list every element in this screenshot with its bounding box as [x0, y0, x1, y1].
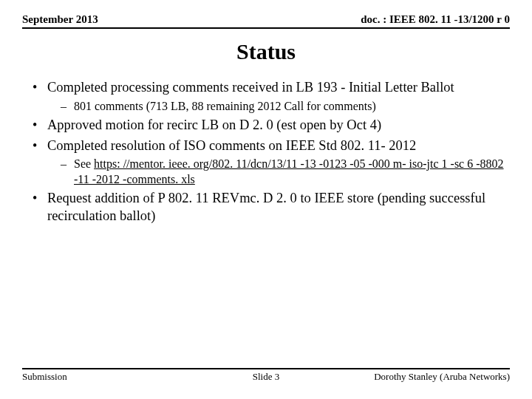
bullet-text: Approved motion for recirc LB on D 2. 0 …: [47, 117, 381, 132]
footer-author: Dorothy Stanley (Aruba Networks): [374, 371, 510, 383]
header-date: September 2013: [22, 13, 98, 26]
footer-left: Submission: [22, 371, 67, 383]
slide: September 2013 doc. : IEEE 802. 11 -13/1…: [0, 0, 532, 399]
sub-item: 801 comments (713 LB, 88 remaining 2012 …: [61, 99, 510, 114]
bullet-text: Request addition of P 802. 11 REVmc. D 2…: [47, 191, 485, 223]
bullet-item: Approved motion for recirc LB on D 2. 0 …: [28, 117, 510, 134]
footer-row: Submission Slide 3 Dorothy Stanley (Arub…: [22, 368, 510, 383]
page-title: Status: [22, 39, 510, 64]
bullet-item: Completed processing comments received i…: [28, 79, 510, 114]
bullet-text: Completed resolution of ISO comments on …: [47, 138, 416, 153]
bullet-item: Request addition of P 802. 11 REVmc. D 2…: [28, 190, 510, 225]
sub-item: See https: //mentor. ieee. org/802. 11/d…: [61, 157, 510, 187]
sub-list: 801 comments (713 LB, 88 remaining 2012 …: [47, 99, 510, 114]
bullet-item: Completed resolution of ISO comments on …: [28, 137, 510, 188]
header-row: September 2013 doc. : IEEE 802. 11 -13/1…: [22, 13, 510, 29]
link-text: https: //mentor. ieee. org/802. 11/dcn/1…: [74, 157, 504, 185]
bullet-list: Completed processing comments received i…: [22, 79, 510, 225]
sub-text: 801 comments (713 LB, 88 remaining 2012 …: [74, 100, 376, 112]
bullet-text: Completed processing comments received i…: [47, 80, 454, 95]
header-doc-id: doc. : IEEE 802. 11 -13/1200 r 0: [361, 13, 510, 26]
sub-prefix: See: [74, 157, 94, 170]
sub-list: See https: //mentor. ieee. org/802. 11/d…: [47, 157, 510, 187]
